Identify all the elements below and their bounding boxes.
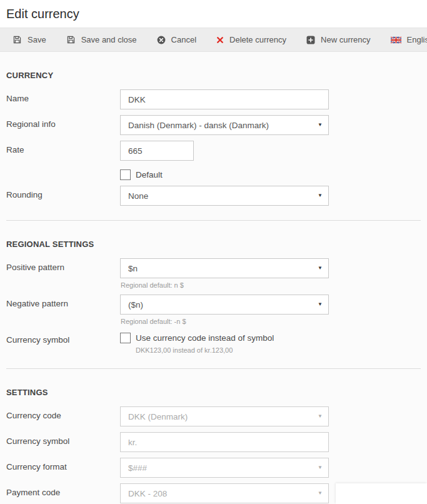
use-code-checkbox-line: Use currency code instead of symbol — [120, 331, 274, 343]
name-label: Name — [6, 89, 120, 103]
currency-code-select-disabled: DKK (Denmark) ▼ — [120, 406, 329, 426]
use-currency-code-hint: DKK123,00 instead of kr.123,00 — [136, 346, 274, 354]
delete-currency-button-label: Delete currency — [229, 35, 286, 44]
payment-code-label: Payment code — [6, 483, 120, 497]
new-currency-button-label: New currency — [321, 35, 370, 44]
section-regional-settings: REGIONAL SETTINGS Positive pattern $n ▼ … — [6, 221, 421, 354]
section-currency: CURRENCY Name Regional info Danish (Denm… — [6, 52, 421, 206]
default-row: Default — [6, 166, 421, 180]
currency-code-row: Currency code DKK (Denmark) ▼ — [6, 406, 421, 426]
section-heading-currency: CURRENCY — [6, 71, 421, 80]
select-caret-icon: ▼ — [318, 266, 323, 271]
rate-row: Rate — [6, 141, 421, 161]
cancel-button[interactable]: Cancel — [147, 28, 206, 52]
uk-flag-icon — [391, 36, 401, 44]
select-caret-icon: ▼ — [318, 465, 323, 470]
save-and-close-button[interactable]: Save and close — [56, 28, 147, 52]
currency-format-row: Currency format $### ▼ — [6, 458, 421, 478]
currency-format-selected-value: $### — [128, 463, 147, 473]
rate-label: Rate — [6, 141, 120, 154]
positive-pattern-label: Positive pattern — [6, 258, 120, 272]
negative-pattern-row: Negative pattern ($n) ▼ Regional default… — [6, 295, 421, 325]
currency-symbol-label: Currency symbol — [6, 432, 120, 446]
default-checkbox[interactable] — [120, 169, 131, 180]
plus-square-icon — [306, 36, 315, 44]
currency-symbol-option-label: Currency symbol — [6, 331, 120, 345]
cancel-circle-icon — [157, 36, 166, 44]
cancel-button-label: Cancel — [171, 35, 196, 44]
regional-info-selected-value: Danish (Denmark) - dansk (Danmark) — [128, 121, 269, 130]
positive-pattern-select[interactable]: $n ▼ — [120, 258, 329, 278]
page-header: Edit currency — [0, 0, 427, 28]
negative-pattern-label: Negative pattern — [6, 295, 120, 308]
toolbar: Save Save and close Cancel Delete curren… — [0, 28, 427, 52]
save-icon — [66, 35, 76, 44]
save-button[interactable]: Save — [3, 28, 56, 52]
currency-symbol-option-field: Use currency code instead of symbol DKK1… — [120, 331, 274, 354]
name-input[interactable] — [120, 89, 329, 109]
currency-symbol-input-disabled — [120, 432, 329, 452]
section-heading-regional-settings: REGIONAL SETTINGS — [6, 239, 421, 249]
language-label: English — [407, 35, 427, 44]
select-caret-icon: ▼ — [318, 123, 323, 128]
delete-x-icon — [216, 36, 224, 44]
default-checkbox-label: Default — [136, 170, 163, 179]
name-row: Name — [6, 89, 421, 109]
section-heading-settings: SETTINGS — [6, 388, 421, 397]
regional-info-row: Regional info Danish (Denmark) - dansk (… — [6, 115, 421, 135]
currency-symbol-row: Currency symbol — [6, 432, 421, 452]
currency-code-selected-value: DKK (Denmark) — [128, 412, 188, 421]
new-currency-button[interactable]: New currency — [296, 28, 380, 52]
corner-overlay — [336, 483, 427, 504]
rounding-selected-value: None — [128, 191, 148, 201]
page-title: Edit currency — [6, 7, 421, 21]
save-icon — [13, 35, 22, 44]
regional-info-select[interactable]: Danish (Denmark) - dansk (Danmark) ▼ — [120, 115, 329, 135]
currency-format-select-disabled: $### ▼ — [120, 458, 329, 478]
negative-pattern-hint: Regional default: -n $ — [121, 318, 329, 325]
edit-currency-form: CURRENCY Name Regional info Danish (Denm… — [0, 52, 427, 503]
rounding-row: Rounding None ▼ — [6, 186, 421, 206]
positive-pattern-field: $n ▼ Regional default: n $ — [120, 258, 329, 289]
select-caret-icon: ▼ — [318, 302, 323, 307]
negative-pattern-selected-value: ($n) — [128, 300, 143, 310]
negative-pattern-select[interactable]: ($n) ▼ — [120, 295, 329, 315]
select-caret-icon: ▼ — [318, 491, 323, 496]
use-currency-code-checkbox-label: Use currency code instead of symbol — [136, 333, 274, 343]
payment-code-select-disabled: DKK - 208 ▼ — [120, 483, 329, 503]
positive-pattern-selected-value: $n — [128, 264, 138, 273]
regional-info-label: Regional info — [6, 115, 120, 129]
save-button-label: Save — [28, 35, 46, 44]
currency-format-label: Currency format — [6, 458, 120, 471]
default-row-spacer — [6, 166, 120, 171]
positive-pattern-row: Positive pattern $n ▼ Regional default: … — [6, 258, 421, 289]
positive-pattern-hint: Regional default: n $ — [121, 281, 329, 289]
select-caret-icon: ▼ — [318, 193, 323, 198]
save-and-close-button-label: Save and close — [81, 35, 137, 44]
currency-code-label: Currency code — [6, 406, 120, 420]
payment-code-selected-value: DKK - 208 — [128, 489, 167, 498]
default-checkbox-line: Default — [120, 166, 163, 180]
rounding-select[interactable]: None ▼ — [120, 186, 329, 206]
rate-input[interactable] — [120, 141, 194, 161]
currency-symbol-option-row: Currency symbol Use currency code instea… — [6, 331, 421, 354]
language-selector[interactable]: English ▼ — [381, 28, 427, 52]
delete-currency-button[interactable]: Delete currency — [206, 28, 296, 52]
select-caret-icon: ▼ — [318, 414, 323, 419]
negative-pattern-field: ($n) ▼ Regional default: -n $ — [120, 295, 329, 325]
rounding-label: Rounding — [6, 186, 120, 199]
use-currency-code-checkbox[interactable] — [120, 333, 131, 343]
